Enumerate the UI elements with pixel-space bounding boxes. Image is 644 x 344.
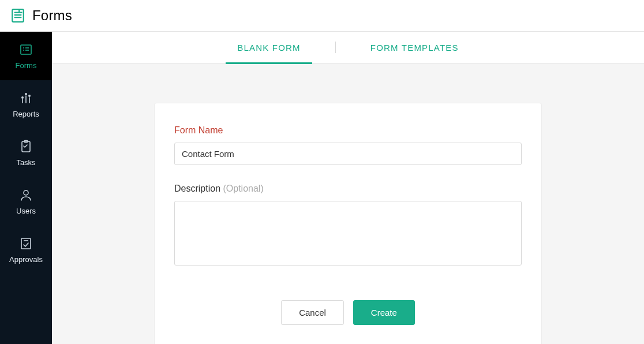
create-form-card: Form Name Description (Optional) Cancel … <box>154 103 542 344</box>
tab-bar: BLANK FORM FORM TEMPLATES <box>52 32 644 63</box>
description-label: Description (Optional) <box>174 184 522 194</box>
sidebar: Forms Reports <box>0 32 52 344</box>
svg-point-9 <box>22 96 23 98</box>
svg-rect-15 <box>21 238 31 249</box>
sidebar-item-forms[interactable]: Forms <box>0 32 52 80</box>
form-name-label: Form Name <box>174 125 522 136</box>
sidebar-item-label: Users <box>16 207 36 215</box>
sidebar-item-label: Forms <box>16 61 37 70</box>
form-name-input[interactable] <box>174 143 522 165</box>
approvals-icon <box>19 237 33 250</box>
sidebar-item-users[interactable]: Users <box>0 177 52 226</box>
form-actions: Cancel Create <box>174 300 522 325</box>
tab-form-templates[interactable]: FORM TEMPLATES <box>359 32 470 63</box>
form-name-field: Form Name <box>174 125 522 165</box>
svg-point-10 <box>25 93 27 94</box>
tab-label: FORM TEMPLATES <box>370 43 459 53</box>
main-content: BLANK FORM FORM TEMPLATES Form Name Desc… <box>52 32 644 344</box>
svg-point-11 <box>29 95 30 96</box>
description-label-text: Description <box>174 184 223 193</box>
svg-rect-1 <box>21 45 31 54</box>
svg-point-14 <box>24 190 28 195</box>
sidebar-item-label: Approvals <box>9 255 43 264</box>
description-input[interactable] <box>174 201 522 266</box>
description-optional-hint: (Optional) <box>223 184 263 193</box>
sidebar-item-tasks[interactable]: Tasks <box>0 129 52 177</box>
description-field: Description (Optional) <box>174 184 522 268</box>
content-area: Form Name Description (Optional) Cancel … <box>52 63 644 344</box>
sidebar-item-approvals[interactable]: Approvals <box>0 226 52 274</box>
tasks-icon <box>19 140 33 154</box>
form-icon <box>19 43 33 57</box>
reports-icon <box>19 91 33 105</box>
tab-label: BLANK FORM <box>237 43 301 53</box>
sidebar-item-label: Reports <box>13 110 39 118</box>
create-button[interactable]: Create <box>353 300 415 325</box>
users-icon <box>19 188 33 202</box>
cancel-button[interactable]: Cancel <box>281 300 344 325</box>
page-title: Forms <box>32 8 72 24</box>
sidebar-item-reports[interactable]: Reports <box>0 80 52 129</box>
sidebar-item-label: Tasks <box>16 158 35 167</box>
forms-logo-icon <box>10 8 25 23</box>
app-header: Forms <box>0 0 644 32</box>
tab-divider <box>335 42 336 53</box>
tab-blank-form[interactable]: BLANK FORM <box>226 32 312 63</box>
